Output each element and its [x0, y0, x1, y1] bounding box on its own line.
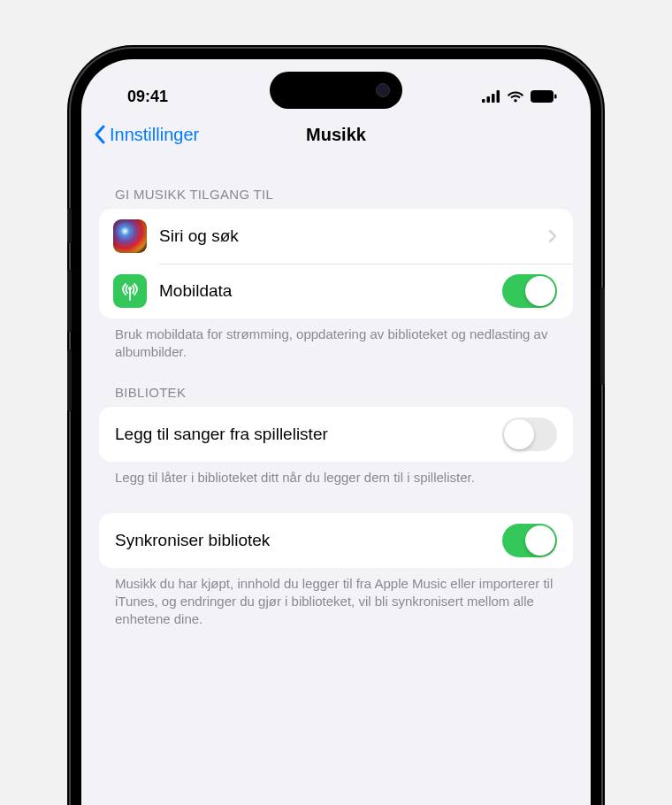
back-label: Innstillinger [110, 125, 199, 145]
wifi-icon [507, 90, 524, 103]
back-button[interactable]: Innstillinger [94, 125, 199, 145]
section-footer-add-songs: Legg til låter i biblioteket ditt når du… [99, 462, 573, 487]
svg-rect-3 [497, 90, 500, 103]
svg-rect-0 [482, 99, 485, 103]
status-time: 09:41 [127, 88, 168, 106]
content: GI MUSIKK TILGANG TIL Siri og søk Mobild… [81, 158, 591, 629]
chevron-right-icon [548, 229, 557, 243]
screen: 09:41 Innstillinger Musikk GI MUSIKK TIL… [81, 59, 591, 805]
battery-icon [531, 90, 557, 103]
group-add-songs: Legg til sanger fra spillelister [99, 407, 573, 462]
row-siri-search[interactable]: Siri og søk [99, 209, 573, 264]
svg-rect-2 [492, 94, 495, 103]
section-footer-sync: Musikk du har kjøpt, innhold du legger t… [99, 568, 573, 629]
cellular-signal-icon [482, 90, 500, 103]
group-access: Siri og søk Mobildata [99, 209, 573, 318]
chevron-left-icon [94, 125, 106, 144]
sync-library-toggle[interactable] [502, 524, 557, 557]
status-right [482, 90, 557, 103]
group-sync-library: Synkroniser bibliotek [99, 513, 573, 568]
row-cellular-data: Mobildata [99, 264, 573, 318]
nav-bar: Innstillinger Musikk [81, 112, 591, 158]
side-button [67, 349, 72, 411]
page-title: Musikk [306, 125, 366, 145]
add-songs-toggle[interactable] [502, 418, 557, 451]
row-add-songs: Legg til sanger fra spillelister [99, 407, 573, 462]
siri-icon [113, 219, 147, 253]
section-header-access: GI MUSIKK TILGANG TIL [99, 158, 573, 209]
row-sync-library: Synkroniser bibliotek [99, 513, 573, 568]
side-button [600, 288, 605, 385]
svg-rect-1 [487, 96, 491, 103]
antenna-icon [113, 274, 147, 308]
row-label: Siri og søk [159, 226, 548, 246]
row-label: Mobildata [159, 281, 502, 301]
phone-frame: 09:41 Innstillinger Musikk GI MUSIKK TIL… [71, 49, 601, 805]
row-label: Synkroniser bibliotek [115, 531, 502, 550]
camera-lens [376, 83, 390, 97]
side-button [67, 208, 72, 243]
svg-rect-5 [554, 95, 557, 99]
dynamic-island [270, 72, 402, 109]
row-label: Legg til sanger fra spillelister [115, 425, 502, 444]
section-footer-access: Bruk mobildata for strømming, oppdaterin… [99, 318, 573, 362]
cellular-toggle[interactable] [502, 274, 557, 308]
side-button [67, 270, 72, 332]
section-header-library: BIBLIOTEK [99, 362, 573, 407]
svg-rect-4 [531, 90, 554, 103]
